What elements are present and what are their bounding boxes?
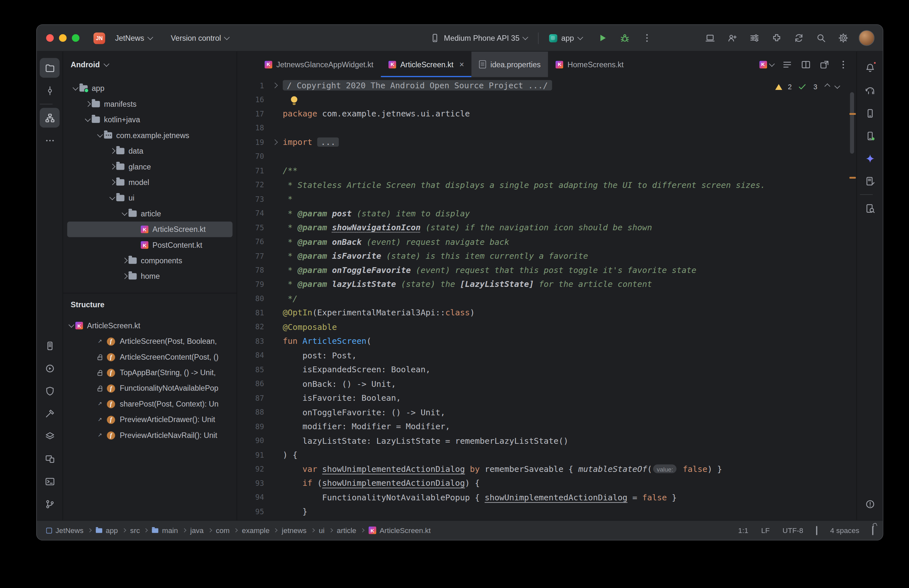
code-line-76[interactable]: 76 * @param onBack (event) request navig… [237, 234, 848, 249]
tree-item-articlescreen-kt[interactable]: KArticleScreen.kt [67, 221, 232, 237]
code-line-72[interactable]: 72 * Stateless Article Screen that displ… [237, 178, 848, 192]
breadcrumb-com[interactable]: com [216, 526, 230, 534]
code-line-85[interactable]: 85 isExpandedScreen: Boolean, [237, 363, 848, 377]
code-line-18[interactable]: 18 [237, 121, 848, 135]
tree-item-components[interactable]: components [67, 253, 232, 268]
tree-item-com-example-jetnews[interactable]: com.example.jetnews [67, 128, 232, 143]
editor-scrollbar[interactable] [850, 92, 854, 153]
code-line-78[interactable]: 78 * @param onToggleFavorite (event) req… [237, 263, 848, 277]
tree-item-article[interactable]: article [67, 206, 232, 221]
chevron-down-icon[interactable] [96, 134, 104, 137]
structure-item-functionalitynotavailablepop[interactable]: fFunctionalityNotAvailablePop [67, 380, 232, 396]
code-line-75[interactable]: 75 * @param showNavigationIcon (state) i… [237, 220, 848, 234]
detach-editor-icon[interactable] [820, 60, 830, 69]
profile-avatar[interactable] [859, 30, 875, 45]
version-control-icon[interactable] [40, 494, 60, 514]
sync-project-icon[interactable] [790, 29, 807, 47]
code-line-80[interactable]: 80 */ [237, 291, 848, 305]
tab-homescreens-kt[interactable]: KHomeScreens.kt [548, 52, 631, 77]
chevron-right-icon[interactable] [108, 181, 116, 184]
chevron-right-icon[interactable] [120, 274, 128, 278]
error-stripe-mark[interactable] [849, 177, 856, 179]
code-line-82[interactable]: 82@Composable [237, 320, 848, 334]
code-line-91[interactable]: 91) { [237, 447, 848, 462]
device-selector[interactable]: Medium Phone API 35 [425, 30, 532, 45]
search-everywhere-icon[interactable] [812, 29, 830, 47]
problems-icon[interactable] [860, 494, 880, 514]
inspections-widget[interactable]: 2 3 [775, 82, 839, 92]
code-line-77[interactable]: 77 * @param isFavorite (state) is this i… [237, 249, 848, 263]
code-line-70[interactable]: 70 [237, 149, 848, 164]
documentation-icon[interactable] [860, 198, 880, 218]
view-options-icon[interactable] [745, 29, 763, 47]
logcat-icon[interactable] [40, 336, 60, 355]
tree-item-home[interactable]: home [67, 268, 232, 284]
chevron-right-icon[interactable] [120, 259, 128, 263]
chevron-down-icon[interactable] [84, 118, 92, 122]
running-devices-icon[interactable] [860, 126, 880, 145]
tree-item-postcontent-kt[interactable]: KPostContent.kt [67, 237, 232, 253]
tab-jetnewsglanceappwidget-kt[interactable]: KJetnewsGlanceAppWidget.kt [257, 52, 381, 77]
code-line-71[interactable]: 71/** [237, 164, 848, 178]
code-line-1[interactable]: 1/ Copyright 2020 The Android Open Sourc… [237, 78, 848, 92]
assistant-icon[interactable] [860, 171, 880, 191]
notifications-icon[interactable] [860, 58, 880, 78]
close-tab-icon[interactable]: × [459, 60, 464, 68]
device-manager-icon[interactable] [40, 449, 60, 468]
minimize-window-button[interactable] [59, 34, 66, 42]
code-line-83[interactable]: 83fun ArticleScreen( [237, 334, 848, 348]
breadcrumb-example[interactable]: example [242, 526, 270, 534]
code-line-17[interactable]: 17package com.example.jetnews.ui.article [237, 107, 848, 121]
active-file-dropdown[interactable]: K [759, 60, 773, 68]
build-icon[interactable] [40, 404, 60, 423]
fold-region-icon[interactable] [272, 83, 277, 88]
device-explorer-icon[interactable] [860, 103, 880, 123]
vcs-widget[interactable]: Version control [166, 31, 234, 45]
chevron-right-icon[interactable] [108, 149, 116, 153]
code-line-93[interactable]: 93 if (showUnimplementedActionDialog) { [237, 476, 848, 490]
code-line-94[interactable]: 94 FunctionalityNotAvailablePopup { show… [237, 490, 848, 504]
code-editor[interactable]: 1/ Copyright 2020 The Android Open Sourc… [237, 77, 856, 520]
more-actions-button[interactable] [638, 29, 656, 47]
terminal-icon[interactable] [40, 472, 60, 491]
chevron-down-icon[interactable] [120, 212, 128, 216]
structure-item-articlescreen-kt[interactable]: KArticleScreen.kt [67, 318, 232, 333]
project-view-icon[interactable] [40, 58, 60, 78]
code-with-me-icon[interactable] [723, 29, 741, 47]
fold-region-icon[interactable] [272, 139, 277, 145]
tree-item-manifests[interactable]: manifests [67, 96, 232, 112]
structure-view-icon[interactable] [40, 108, 60, 128]
device-mirroring-icon[interactable] [701, 29, 718, 47]
code-line-81[interactable]: 81@OptIn(ExperimentalMaterial3Api::class… [237, 305, 848, 320]
tree-item-data[interactable]: data [67, 143, 232, 159]
breadcrumb-jetnews[interactable]: JetNews [46, 526, 84, 534]
chevron-down-icon[interactable] [108, 196, 116, 200]
breadcrumb-main[interactable]: main [152, 526, 178, 534]
line-separator[interactable]: LF [761, 526, 770, 534]
tab-articlescreen-kt[interactable]: KArticleScreen.kt× [381, 52, 471, 77]
breadcrumb-src[interactable]: src [130, 526, 140, 534]
breadcrumb-articlescreen-kt[interactable]: KArticleScreen.kt [368, 526, 431, 534]
gradle-icon[interactable] [860, 81, 880, 100]
breadcrumb-article[interactable]: article [337, 526, 356, 534]
structure-item-articlescreencontent-post[interactable]: fArticleScreenContent(Post, () [67, 349, 232, 365]
code-line-95[interactable]: 95 } [237, 504, 848, 519]
breadcrumb-java[interactable]: java [190, 526, 203, 534]
structure-item-topappbar-string-unit[interactable]: fTopAppBar(String, () -> Unit, [67, 365, 232, 380]
run-configuration-selector[interactable]: app [544, 31, 586, 45]
code-line-84[interactable]: 84 post: Post, [237, 348, 848, 363]
chevron-down-icon[interactable] [67, 324, 75, 328]
tree-item-kotlin-java[interactable]: kotlin+java [67, 112, 232, 128]
code-line-73[interactable]: 73 * [237, 192, 848, 206]
tree-item-model[interactable]: model [67, 174, 232, 190]
file-lock-icon[interactable] [872, 526, 873, 534]
commit-icon[interactable] [40, 81, 60, 100]
tree-item-app[interactable]: app [67, 81, 232, 96]
breadcrumb-jetnews[interactable]: jetnews [282, 526, 307, 534]
settings-icon[interactable] [834, 29, 852, 47]
more-tool-windows-icon[interactable] [40, 130, 60, 150]
tree-item-glance[interactable]: glance [67, 159, 232, 174]
file-encoding[interactable]: UTF-8 [783, 526, 803, 534]
chevron-right-icon[interactable] [108, 165, 116, 169]
code-line-74[interactable]: 74 * @param post (state) item to display [237, 206, 848, 220]
